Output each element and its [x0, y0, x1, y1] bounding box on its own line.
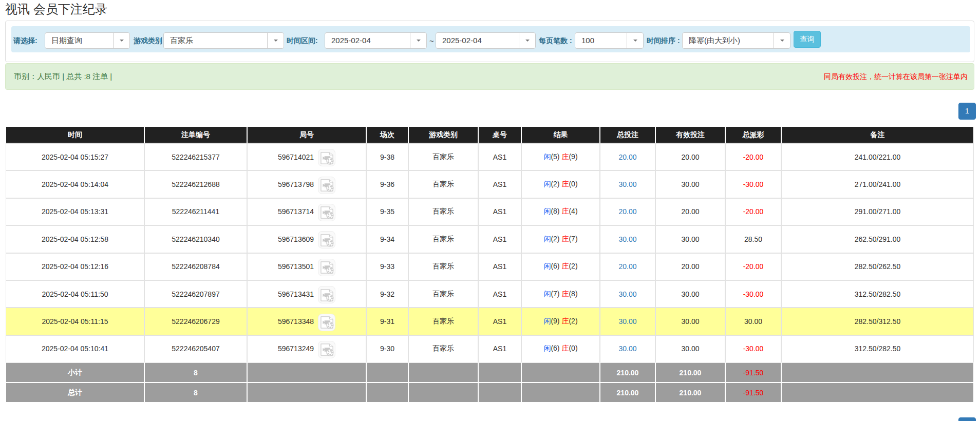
game-type-value: 百家乐	[170, 33, 193, 48]
cell-round-id: 596713501	[248, 254, 366, 280]
column-header: 桌号	[479, 127, 521, 143]
video-replay-button[interactable]	[318, 231, 335, 248]
summary-payout: -91.50	[726, 363, 781, 382]
page-size-select[interactable]: 100	[575, 32, 644, 49]
table-header: 时间注单编号局号场次游戏类别桌号结果总投注有效投注总派彩备注	[6, 127, 973, 143]
time-from-value: 2025-02-04	[331, 33, 371, 48]
cell-total-bet: 30.00	[600, 308, 655, 334]
round-id-group: 596713348	[278, 313, 335, 330]
cell-valid-bet: 20.00	[656, 144, 725, 170]
cell-round-id: 596713798	[248, 171, 366, 197]
summary-currency-total: 币别：人民币 | 总共 :8 注单 |	[14, 64, 112, 89]
cell-total-bet: 20.00	[600, 254, 655, 280]
video-replay-button[interactable]	[318, 259, 335, 276]
cell-round-id: 596713714	[248, 199, 366, 225]
summary-bar: 币别：人民币 | 总共 :8 注单 | 同局有效投注，统一计算在该局第一张注单内	[5, 63, 974, 90]
page-size-value: 100	[581, 33, 594, 48]
cell-game-type: 百家乐	[409, 226, 478, 252]
time-range-label: 时间区间:	[287, 28, 318, 54]
round-id-text: 596713798	[278, 180, 314, 188]
result-player: 闲	[543, 207, 551, 215]
time-to-value: 2025-02-04	[442, 33, 482, 48]
table-row: 2025-02-04 05:15:27522246215377596714021…	[6, 144, 973, 170]
query-type-label: 请选择:	[13, 28, 37, 54]
result-player-points: (2)	[551, 180, 559, 188]
cell-game-type: 百家乐	[409, 144, 478, 170]
summary-payout: -91.50	[726, 383, 781, 402]
video-replay-button[interactable]	[318, 286, 335, 303]
cell-total-bet: 20.00	[600, 199, 655, 225]
column-header: 局号	[248, 127, 366, 143]
summary-empty-cell	[248, 383, 366, 402]
result-banker: 庄	[561, 207, 569, 215]
cell-payout: 28.50	[726, 226, 781, 252]
round-id-text: 596713348	[278, 317, 314, 326]
result-player-points: (7)	[551, 290, 559, 298]
cell-time: 2025-02-04 05:13:31	[6, 199, 144, 225]
cell-time: 2025-02-04 05:11:15	[6, 308, 144, 334]
sort-label: 时间排序 :	[647, 28, 680, 54]
result-player: 闲	[543, 344, 551, 352]
result-banker-points: (7)	[569, 235, 577, 243]
cell-result: 闲(6) 庄(0)	[522, 336, 599, 362]
table-row: 2025-02-04 05:10:41522246205407596713249…	[6, 336, 973, 362]
round-id-text: 596714021	[278, 153, 314, 161]
sort-value: 降幂(由大到小)	[689, 33, 740, 48]
summary-empty-cell	[522, 383, 599, 402]
game-type-select[interactable]: 百家乐	[163, 32, 284, 49]
sort-select[interactable]: 降幂(由大到小)	[682, 32, 790, 49]
time-from-select[interactable]: 2025-02-04	[325, 32, 427, 49]
video-replay-button[interactable]	[318, 177, 335, 194]
result-player-points: (2)	[551, 235, 559, 243]
result-player-points: (6)	[551, 262, 559, 270]
cell-valid-bet: 30.00	[656, 226, 725, 252]
table-summary-row: 总计8210.00210.00-91.50	[6, 383, 973, 402]
cell-bet-id: 522246210340	[145, 226, 247, 252]
summary-empty-cell	[367, 363, 408, 382]
caret-shape	[633, 40, 637, 42]
cell-result: 闲(5) 庄(9)	[522, 144, 599, 170]
round-id-group: 596714021	[278, 148, 335, 166]
video-replay-button[interactable]	[318, 149, 335, 166]
column-header: 有效投注	[656, 127, 725, 143]
summary-empty-cell	[409, 383, 478, 402]
summary-empty-cell	[522, 363, 599, 382]
summary-valid-bet: 210.00	[656, 363, 725, 382]
cell-payout: -20.00	[726, 199, 781, 225]
cell-game-type: 百家乐	[409, 336, 478, 362]
result-banker-points: (4)	[569, 207, 577, 215]
cell-payout: -30.00	[726, 171, 781, 197]
pagination-page-1-top[interactable]: 1	[958, 103, 976, 120]
query-button[interactable]: 查询	[794, 31, 821, 48]
query-type-select[interactable]: 日期查询	[45, 32, 130, 49]
round-id-text: 596713501	[278, 262, 314, 271]
cell-total-bet: 30.00	[600, 336, 655, 362]
cell-game-type: 百家乐	[409, 281, 478, 307]
cell-remark: 241.00/221.00	[782, 144, 973, 170]
cell-time: 2025-02-04 05:12:16	[6, 254, 144, 280]
video-replay-button[interactable]	[318, 341, 335, 358]
cell-result: 闲(7) 庄(8)	[522, 281, 599, 307]
result-banker: 庄	[561, 317, 569, 325]
result-banker-points: (2)	[569, 262, 577, 270]
video-file-icon	[321, 316, 334, 330]
time-to-select[interactable]: 2025-02-04	[436, 32, 536, 49]
cell-bet-id: 522246215377	[145, 144, 247, 170]
caret-shape	[780, 40, 784, 42]
cell-valid-bet: 30.00	[656, 171, 725, 197]
cell-remark: 262.50/291.00	[782, 226, 973, 252]
result-banker: 庄	[561, 152, 569, 161]
pagination-page-1-bottom[interactable]: 1	[958, 417, 976, 421]
cell-table-id: AS1	[479, 144, 521, 170]
cell-result: 闲(9) 庄(2)	[522, 308, 599, 334]
cell-table-id: AS1	[479, 281, 521, 307]
result-banker: 庄	[561, 235, 569, 243]
cell-remark: 271.00/241.00	[782, 171, 973, 197]
round-id-text: 596713714	[278, 207, 314, 216]
cell-session: 9-36	[367, 171, 408, 197]
video-replay-button[interactable]	[318, 204, 335, 221]
video-replay-button[interactable]	[318, 314, 335, 331]
summary-empty-cell	[782, 363, 973, 382]
summary-empty-cell	[409, 363, 478, 382]
round-id-text: 596713609	[278, 235, 314, 243]
